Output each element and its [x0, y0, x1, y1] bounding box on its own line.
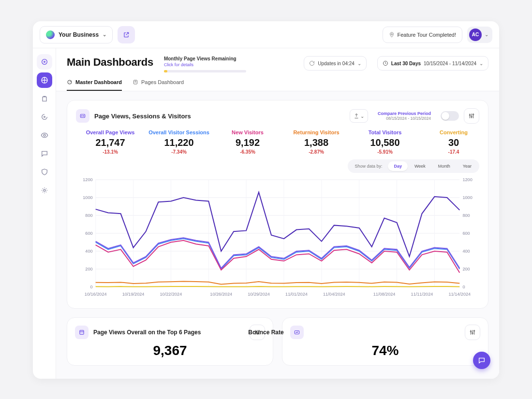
open-external-button[interactable]	[118, 26, 135, 43]
content-area: Page Views, Sessions & Visitors ⌄ Compar…	[56, 91, 499, 374]
bounce-value: 74%	[290, 343, 480, 358]
quota-widget[interactable]: Monthly Page Views Remaining Click for d…	[164, 56, 246, 72]
metric-3[interactable]: Returning Visitors1,388-2.87%	[282, 129, 351, 155]
sidebar-item-visitors[interactable]	[37, 128, 52, 143]
metric-value: 1,388	[304, 137, 328, 148]
chat-fab[interactable]	[473, 352, 490, 369]
sidebar-item-security[interactable]	[37, 164, 52, 180]
bounce-rate-card: Bounce Rate 74%	[282, 317, 488, 366]
svg-text:200: 200	[462, 267, 470, 271]
svg-text:10/19/2024: 10/19/2024	[122, 292, 145, 297]
svg-point-2	[44, 61, 45, 63]
seg-day[interactable]: Day	[388, 161, 408, 171]
svg-point-13	[469, 114, 470, 115]
svg-text:0: 0	[462, 285, 465, 289]
svg-text:11/14/2024: 11/14/2024	[448, 292, 471, 297]
svg-text:200: 200	[85, 267, 92, 271]
svg-point-63	[472, 333, 473, 334]
metric-value: 10,580	[370, 137, 399, 148]
topbar: Your Business ⌄ Feature Tour Completed! …	[33, 21, 499, 48]
bounce-title: Bounce Rate	[282, 329, 284, 336]
metric-delta: -2.87%	[309, 149, 324, 155]
traffic-chart: 0020020040040060060080080010001000120012…	[76, 175, 479, 300]
metric-value: 11,220	[164, 137, 193, 148]
bottom-row: Page Views Overall on the Top 6 Pages 9,…	[67, 317, 488, 366]
svg-text:11/01/2024: 11/01/2024	[285, 292, 308, 297]
business-name: Your Business	[59, 31, 99, 38]
metric-label: Overall Visitor Sessions	[148, 129, 209, 135]
svg-rect-10	[80, 114, 85, 118]
metric-delta: -6.35%	[240, 149, 255, 155]
tab-pages-dashboard[interactable]: Pages Dashboard	[133, 79, 184, 91]
compare-range: 08/15/2024 - 10/15/2024	[386, 116, 431, 121]
user-menu[interactable]: AC ⌄	[467, 27, 492, 43]
compare-title: Compare Previous Period	[378, 111, 431, 116]
sidebar-item-chat[interactable]	[37, 146, 52, 161]
svg-text:11/08/2024: 11/08/2024	[373, 292, 396, 297]
metric-0[interactable]: Overall Page Views21,747-13.1%	[76, 129, 145, 155]
seg-week[interactable]: Week	[409, 161, 431, 171]
quota-link[interactable]: Click for details	[164, 62, 246, 67]
svg-point-0	[391, 33, 392, 35]
sidebar	[33, 48, 56, 379]
compare-toggle[interactable]	[441, 111, 459, 121]
export-button[interactable]: ⌄	[350, 109, 368, 123]
metric-delta: -7.34%	[171, 149, 187, 155]
top-pages-title: Page Views Overall on the Top 6 Pages	[93, 329, 201, 336]
metric-label: Converting	[440, 129, 468, 135]
date-range-selector[interactable]: Last 30 Days 10/15/2024 - 11/14/2024 ⌄	[377, 56, 488, 71]
metric-label: Total Visitors	[369, 129, 402, 135]
page-header: Main Dashboards Monthly Page Views Remai…	[56, 48, 499, 91]
page-title: Main Dashboards	[67, 56, 153, 69]
quota-progress-bar	[164, 70, 246, 72]
stats-card: Page Views, Sessions & Visitors ⌄ Compar…	[67, 100, 488, 309]
sidebar-item-dashboard[interactable]	[37, 72, 52, 88]
app-window: Your Business ⌄ Feature Tour Completed! …	[33, 21, 499, 379]
metric-label: New Visitors	[232, 129, 264, 135]
svg-point-12	[83, 115, 84, 116]
chevron-down-icon: ⌄	[485, 32, 488, 37]
metric-delta: -13.1%	[103, 149, 118, 155]
card-settings-button[interactable]	[464, 108, 479, 124]
stats-card-title: Page Views, Sessions & Visitors	[94, 113, 191, 120]
metric-5[interactable]: Converting30-17.4	[419, 129, 479, 155]
sidebar-item-orders[interactable]	[37, 91, 52, 106]
svg-text:600: 600	[462, 231, 470, 236]
chevron-down-icon: ⌄	[357, 61, 361, 66]
bounce-icon	[290, 326, 304, 339]
chart-granularity-control: Show data by: Day Week Month Year	[76, 159, 479, 173]
updates-dropdown[interactable]: Updates in 04:24 ⌄	[304, 56, 367, 71]
chevron-down-icon: ⌄	[360, 114, 364, 119]
svg-text:11/04/2024: 11/04/2024	[323, 292, 345, 297]
svg-text:0: 0	[90, 285, 92, 289]
sidebar-item-analytics[interactable]	[37, 109, 52, 125]
seg-label: Show data by:	[350, 164, 387, 169]
metrics-row: Overall Page Views21,747-13.1%Overall Vi…	[76, 129, 479, 155]
pages-icon	[75, 326, 89, 339]
svg-point-6	[44, 189, 45, 191]
period-label: Last 30 Days	[391, 61, 421, 66]
metric-delta: -5.91%	[377, 149, 393, 155]
metric-value: 9,192	[236, 137, 260, 148]
metric-1[interactable]: Overall Visitor Sessions11,220-7.34%	[145, 129, 213, 155]
bounce-settings-button[interactable]	[465, 325, 480, 340]
seg-year[interactable]: Year	[457, 161, 477, 171]
metric-label: Overall Page Views	[86, 129, 135, 135]
updates-text: Updates in 04:24	[318, 61, 355, 66]
tab-master-dashboard[interactable]: Master Dashboard	[67, 79, 122, 91]
sidebar-item-settings[interactable]	[37, 183, 52, 198]
metric-2[interactable]: New Visitors9,192-6.35%	[213, 129, 282, 155]
svg-point-62	[470, 331, 471, 332]
seg-month[interactable]: Month	[432, 161, 456, 171]
sidebar-item-home[interactable]	[37, 54, 52, 70]
compare-info: Compare Previous Period 08/15/2024 - 10/…	[373, 111, 436, 121]
metric-label: Returning Visitors	[293, 129, 339, 135]
svg-text:400: 400	[462, 249, 470, 254]
svg-point-14	[471, 116, 472, 117]
svg-text:10/16/2024: 10/16/2024	[85, 292, 107, 297]
tour-text: Feature Tour Completed!	[398, 32, 456, 38]
metric-4[interactable]: Total Visitors10,580-5.91%	[351, 129, 419, 155]
svg-point-64	[473, 330, 474, 331]
business-selector[interactable]: Your Business ⌄	[40, 26, 113, 43]
feature-tour-pill[interactable]: Feature Tour Completed!	[383, 27, 462, 43]
